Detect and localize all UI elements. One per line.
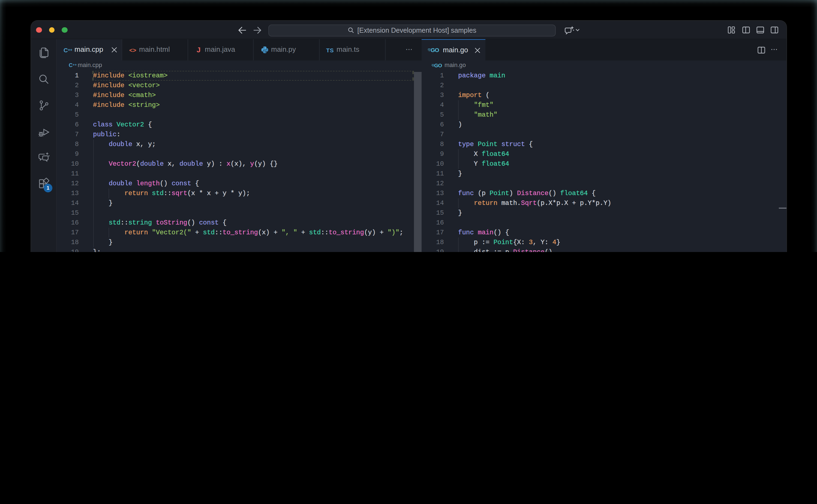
svg-text:GO: GO bbox=[434, 63, 442, 68]
svg-text:GO: GO bbox=[431, 47, 439, 53]
